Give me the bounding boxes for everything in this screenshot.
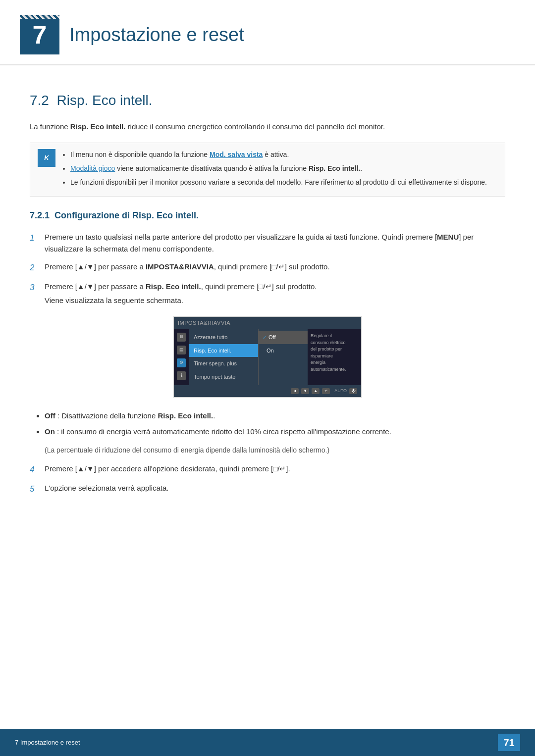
step-number-1: 1	[30, 231, 45, 255]
bullet-list-options: Off : Disattivazione della funzione Risp…	[30, 410, 505, 438]
risp-eco-bold: Risp. Eco intell.	[70, 122, 126, 131]
screen-help-right: Regolare il consumo elettrico del prodot…	[308, 329, 350, 385]
step-2: 2 Premere [▲/▼] per passare a IMPOSTA&RI…	[30, 261, 505, 274]
step-text-1: Premere un tasto qualsiasi nella parte a…	[45, 231, 505, 255]
step-text-5: L'opzione selezionata verrà applicata.	[45, 482, 505, 496]
screen-top-bar: IMPOSTA&RIAVVIA	[174, 317, 361, 329]
menu-item-azzerare: Azzerare tutto	[189, 331, 258, 344]
mod-salva-vista-link[interactable]: Mod. salva vista	[210, 151, 263, 158]
chapter-title: Impostazione e reset	[69, 21, 244, 49]
btn-power: ⏻	[349, 388, 357, 394]
screen-icons-left: 🖥 ▤ ⚙ ℹ	[174, 329, 189, 385]
footer-page-number: 71	[498, 734, 520, 751]
submenu-off: Off	[259, 331, 308, 344]
main-content: 7.2 Risp. Eco intell. La funzione Risp. …	[0, 70, 535, 541]
step-text-3: Premere [▲/▼] per passare a Risp. Eco in…	[45, 281, 505, 306]
screen-icon-4: ℹ	[177, 371, 186, 380]
screen-icon-2: ▤	[177, 346, 186, 354]
step-3: 3 Premere [▲/▼] per passare a Risp. Eco …	[30, 281, 505, 306]
screen-submenu: Off On	[258, 329, 308, 385]
btn-left: ◄	[291, 388, 299, 394]
section-title: 7.2 Risp. Eco intell.	[30, 90, 505, 111]
step-1: 1 Premere un tasto qualsiasi nella parte…	[30, 231, 505, 255]
screen-container: IMPOSTA&RIAVVIA 🖥 ▤ ⚙ ℹ Azzerare tutto R…	[30, 316, 505, 398]
screen-menu: Azzerare tutto Risp. Eco intell. Timer s…	[189, 329, 258, 385]
modalita-gioco-link[interactable]: Modalità gioco	[70, 164, 115, 172]
page-footer: 7 Impostazione e reset 71	[0, 729, 535, 756]
btn-enter: ↵	[322, 388, 330, 394]
menu-item-timer: Timer spegn. plus	[189, 357, 258, 370]
screen-body: 🖥 ▤ ⚙ ℹ Azzerare tutto Risp. Eco intell.…	[174, 329, 361, 385]
note-icon: K	[38, 149, 55, 167]
btn-down: ▼	[301, 388, 309, 394]
footer-label: 7 Impostazione e reset	[15, 738, 80, 748]
risp-eco-note: Risp. Eco intell.	[309, 164, 360, 172]
step-5: 5 L'opzione selezionata verrà applicata.	[30, 482, 505, 496]
step-number-4: 4	[30, 463, 45, 476]
bullet-on: On : il consumo di energia verrà automat…	[45, 426, 505, 438]
step-number-2: 2	[30, 261, 45, 274]
step-4: 4 Premere [▲/▼] per accedere all'opzione…	[30, 463, 505, 476]
menu-item-tempo: Tempo ripet tasto	[189, 370, 258, 384]
step-text-2: Premere [▲/▼] per passare a IMPOSTA&RIAV…	[45, 261, 505, 274]
step-text-4: Premere [▲/▼] per accedere all'opzione d…	[45, 463, 505, 476]
chapter-number: 7	[20, 15, 59, 54]
step-number-5: 5	[30, 482, 45, 496]
note-item-1: Il menu non è disponibile quando la funz…	[70, 149, 487, 161]
screen-bottom-bar: ◄ ▼ ▲ ↵ AUTO ⏻	[174, 385, 361, 397]
subsection-title: 7.2.1 Configurazione di Risp. Eco intell…	[30, 209, 505, 222]
chapter-header: 7 Impostazione e reset	[0, 0, 535, 65]
btn-up: ▲	[312, 388, 320, 394]
screen-icon-3: ⚙	[177, 358, 186, 367]
screen-icon-1: 🖥	[177, 333, 186, 342]
menu-item-risp: Risp. Eco intell.	[189, 344, 258, 357]
indent-note: (La percentuale di riduzione del consumo…	[45, 445, 505, 455]
bullet-off: Off : Disattivazione della funzione Risp…	[45, 410, 505, 422]
section-intro: La funzione Risp. Eco intell. riduce il …	[30, 121, 505, 133]
note-item-3: Le funzioni disponibili per il monitor p…	[70, 177, 487, 189]
note-item-2: Modalità gioco viene automaticamente dis…	[70, 163, 487, 175]
submenu-on: On	[259, 344, 308, 357]
auto-label: AUTO	[334, 388, 347, 395]
note-box: K Il menu non è disponibile quando la fu…	[30, 143, 505, 197]
step-number-3: 3	[30, 281, 45, 306]
screen-image: IMPOSTA&RIAVVIA 🖥 ▤ ⚙ ℹ Azzerare tutto R…	[173, 316, 362, 398]
note-list: Il menu non è disponibile quando la funz…	[61, 149, 487, 190]
